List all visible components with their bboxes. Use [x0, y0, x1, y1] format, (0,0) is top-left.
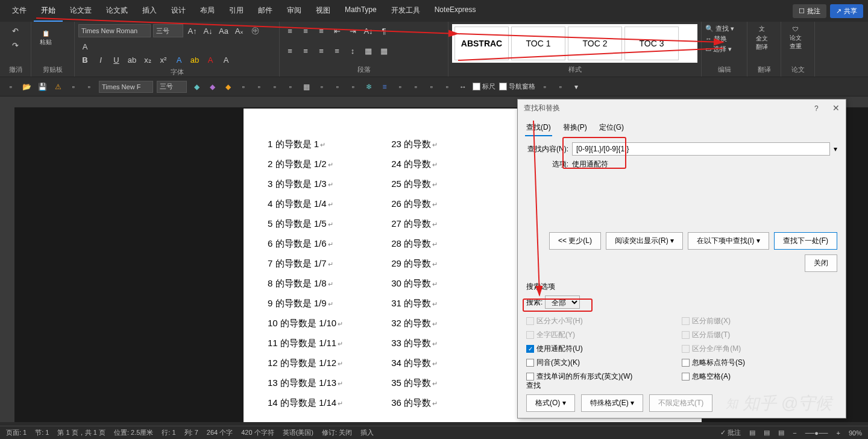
superscript-button[interactable]: x²: [157, 53, 170, 66]
style-item-3[interactable]: TOC 3: [624, 27, 679, 60]
dec-indent-button[interactable]: ⇤: [330, 24, 344, 37]
clear-format-button[interactable]: Aₓ: [233, 24, 246, 37]
qat-new-icon[interactable]: ▫: [5, 81, 17, 93]
qat-icon-1[interactable]: ◆: [190, 81, 203, 93]
justify-button[interactable]: ≡: [330, 44, 344, 57]
qat-icon-3[interactable]: ◆: [222, 81, 234, 93]
qat-doc-icon[interactable]: ▫: [68, 81, 80, 93]
qat-icon-7[interactable]: ▫: [285, 81, 297, 93]
paste-button[interactable]: 📋粘贴: [35, 24, 57, 52]
menu-tab-2[interactable]: 论文壹: [63, 1, 99, 22]
char-shading-button[interactable]: A: [219, 53, 233, 66]
zoom-slider[interactable]: ──●──: [805, 429, 828, 437]
menu-tab-11[interactable]: MathType: [338, 1, 384, 22]
menu-tab-4[interactable]: 插入: [135, 1, 164, 22]
zoom-in-button[interactable]: +: [837, 429, 840, 437]
align-right-button[interactable]: ≡: [315, 44, 328, 57]
qat-icon-11[interactable]: ▫: [347, 81, 359, 93]
change-case-button[interactable]: Aa: [217, 24, 230, 37]
qat-icon-17[interactable]: ▫: [441, 81, 453, 93]
replace-button[interactable]: ↔ 替换: [705, 34, 743, 43]
underline-button[interactable]: U: [110, 53, 123, 66]
menu-tab-0[interactable]: 文件: [5, 1, 34, 22]
qat-icon-5[interactable]: ▫: [253, 81, 265, 93]
status-words[interactable]: 264 个字: [207, 428, 233, 437]
font-size-select[interactable]: [153, 24, 183, 37]
qat-para-icon[interactable]: ▫: [83, 81, 95, 93]
menu-tab-13[interactable]: NoteExpress: [427, 1, 483, 22]
share-button[interactable]: ↗ 共享: [830, 4, 863, 18]
sort-button[interactable]: A↓: [362, 24, 375, 37]
redo-button[interactable]: ↷: [9, 39, 22, 52]
status-chars[interactable]: 420 个字符: [241, 428, 274, 437]
menu-tab-8[interactable]: 邮件: [251, 1, 280, 22]
qat-save-icon[interactable]: 💾: [36, 81, 48, 93]
grow-font-button[interactable]: A↑: [186, 24, 199, 37]
option-3[interactable]: 同音(英文)(K): [526, 358, 682, 368]
qat-navpane-check[interactable]: 导航窗格: [499, 82, 535, 91]
translate-button[interactable]: 文全文 翻译: [751, 24, 773, 52]
menu-tab-6[interactable]: 布局: [193, 1, 222, 22]
bullets-button[interactable]: ≡: [283, 24, 297, 37]
show-marks-button[interactable]: ¶: [377, 24, 391, 37]
qat-icon-4[interactable]: ▫: [237, 81, 250, 93]
qat-icon-2[interactable]: ◆: [206, 81, 218, 93]
tab-replace[interactable]: 替换(P): [562, 120, 588, 136]
view-web-icon[interactable]: ▤: [778, 429, 784, 437]
zoom-out-button[interactable]: −: [793, 429, 796, 437]
bold-button[interactable]: B: [78, 53, 92, 66]
numbering-button[interactable]: ≡: [299, 24, 312, 37]
highlight-button[interactable]: 阅读突出显示(R) ▾: [606, 232, 683, 250]
phonetic-button[interactable]: ㊥: [248, 24, 262, 37]
qat-icon-6[interactable]: ▫: [269, 81, 281, 93]
qat-icon-15[interactable]: ▫: [410, 81, 422, 93]
qat-icon-8[interactable]: ▦: [300, 81, 312, 93]
findnext-button[interactable]: 查找下一处(F): [774, 232, 837, 250]
menu-tab-9[interactable]: 审阅: [280, 1, 309, 22]
align-left-button[interactable]: ≡: [283, 44, 297, 57]
status-annotate[interactable]: ✓ 批注: [720, 428, 741, 437]
thesis-check-button[interactable]: 🛡论文 查重: [785, 24, 807, 52]
view-print-icon[interactable]: ▤: [749, 429, 755, 437]
styles-gallery[interactable]: ABSTRACTOC 1TOC 2TOC 3: [452, 24, 697, 63]
close-button[interactable]: 关闭: [805, 254, 837, 272]
status-lang[interactable]: 英语(美国): [283, 428, 313, 437]
shading-button[interactable]: ▦: [362, 44, 375, 57]
menu-tab-1[interactable]: 开始: [34, 1, 63, 22]
subscript-button[interactable]: x₂: [141, 53, 154, 66]
dialog-help-icon[interactable]: ?: [814, 104, 819, 113]
status-col[interactable]: 列: 7: [184, 428, 198, 437]
font-name-select[interactable]: [78, 24, 151, 37]
qat-font-size[interactable]: [157, 81, 187, 93]
annotate-button[interactable]: ☐ 批注: [793, 4, 826, 18]
shrink-font-button[interactable]: A↓: [201, 24, 215, 37]
special-format-button[interactable]: 特殊格式(E) ▾: [581, 394, 643, 412]
strike-button[interactable]: ab: [125, 53, 139, 66]
qat-icon-20[interactable]: ▫: [555, 81, 567, 93]
qat-icon-19[interactable]: ▫: [539, 81, 551, 93]
text-effects-button[interactable]: A: [172, 53, 186, 66]
find-input[interactable]: [572, 142, 830, 156]
style-item-0[interactable]: ABSTRAC: [454, 27, 509, 60]
menu-tab-5[interactable]: 设计: [164, 1, 193, 22]
search-dir-select[interactable]: 全部: [545, 295, 580, 309]
qat-open-icon[interactable]: 📂: [20, 81, 33, 93]
menu-tab-10[interactable]: 视图: [309, 1, 338, 22]
format-button[interactable]: 格式(O) ▾: [526, 394, 575, 412]
status-pages[interactable]: 第 1 页，共 1 页: [57, 428, 105, 437]
qat-font-name[interactable]: [99, 81, 153, 93]
enclose-button[interactable]: A: [78, 40, 92, 53]
status-line[interactable]: 行: 1: [162, 428, 175, 437]
highlight-button[interactable]: ab: [188, 53, 201, 66]
option-2[interactable]: ✓使用通配符(U): [526, 344, 682, 354]
qat-icon-9[interactable]: ▫: [316, 81, 328, 93]
select-button[interactable]: ▭ 选择 ▾: [705, 45, 743, 54]
find-button[interactable]: 🔍 查找 ▾: [705, 24, 743, 33]
style-item-1[interactable]: TOC 1: [511, 27, 565, 60]
undo-button[interactable]: ↶: [9, 24, 22, 37]
menu-tab-7[interactable]: 引用: [222, 1, 251, 22]
zoom-level[interactable]: 90%: [849, 429, 862, 437]
no-format-button[interactable]: 不限定格式(T): [649, 394, 712, 412]
qat-icon-18[interactable]: ↔: [457, 81, 469, 93]
tab-goto[interactable]: 定位(G): [598, 120, 625, 136]
